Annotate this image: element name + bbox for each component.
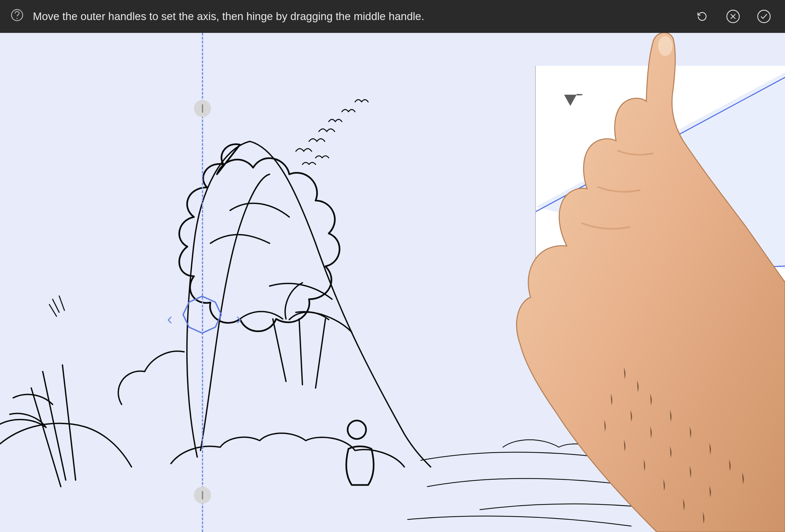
hinge-right-arrow: › [236,309,242,328]
hinge-left-arrow: ‹ [167,309,173,328]
help-icon[interactable] [10,8,24,24]
topbar: Move the outer handles to set the axis, … [0,0,785,33]
confirm-button[interactable] [754,6,775,27]
axis-bottom-handle[interactable] [194,487,211,504]
axis-middle-handle[interactable] [182,294,222,334]
svg-point-1 [17,18,18,19]
vanishing-point-icon[interactable] [563,94,583,110]
svg-line-7 [536,266,785,279]
reset-button[interactable] [692,6,713,27]
drawing-canvas[interactable]: ‹ › [0,33,785,532]
hint-text: Move the outer handles to set the axis, … [33,10,682,23]
move-icon[interactable] [759,289,773,303]
axis-top-handle[interactable] [194,100,211,117]
svg-marker-4 [183,296,221,333]
svg-point-10 [581,94,583,95]
perspective-preview-panel [535,66,785,315]
cancel-button[interactable] [723,6,743,27]
svg-point-3 [758,10,770,23]
expand-icon[interactable] [548,289,562,303]
